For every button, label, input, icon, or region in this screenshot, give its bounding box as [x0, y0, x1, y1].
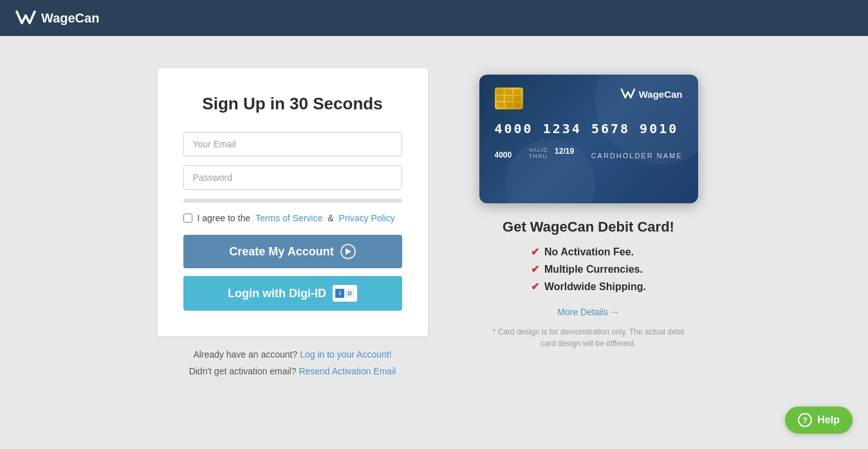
- form-section: Sign Up in 30 Seconds I agree to the Ter…: [158, 68, 428, 383]
- card-small-number-value: 4000: [495, 151, 512, 160]
- no-activation-text: Didn't get activation email?: [189, 366, 297, 376]
- feature-item-1: ✔ No Activation Fee.: [531, 246, 646, 258]
- credit-card: WageCan 4000 1234 5678 9010 4000 VALIDTH…: [479, 75, 698, 203]
- password-input[interactable]: [183, 165, 402, 190]
- signup-form-card: Sign Up in 30 Seconds I agree to the Ter…: [158, 68, 428, 336]
- promo-title: Get WageCan Debit Card!: [503, 219, 674, 235]
- email-input[interactable]: [183, 132, 402, 156]
- logo-icon: [15, 9, 36, 27]
- login-link[interactable]: Log in to your Account!: [300, 349, 391, 360]
- resend-activation-link[interactable]: Resend Activation Email: [299, 366, 396, 376]
- help-button[interactable]: ? Help: [785, 407, 853, 434]
- logo: WageCan: [15, 9, 99, 27]
- more-details-link[interactable]: More Details →: [557, 307, 619, 317]
- login-digi-button[interactable]: Login with Digi-ID i D: [183, 276, 402, 311]
- main-content: Sign Up in 30 Seconds I agree to the Ter…: [0, 36, 868, 415]
- right-panel: WageCan 4000 1234 5678 9010 4000 VALIDTH…: [466, 68, 711, 349]
- features-list: ✔ No Activation Fee. ✔ Multiple Currenci…: [531, 246, 646, 298]
- logo-text: WageCan: [41, 11, 99, 26]
- login-digi-label: Login with Digi-ID: [228, 287, 326, 300]
- feature-label-2: Multiple Currencies.: [544, 264, 643, 275]
- terms-row: I agree to the Terms of Service & Privac…: [183, 213, 402, 223]
- terms-of-service-link[interactable]: Terms of Service: [255, 213, 322, 223]
- have-account-row: Already have an account? Log in to your …: [158, 349, 428, 360]
- check-icon-1: ✔: [531, 246, 539, 258]
- play-icon: [340, 244, 356, 259]
- check-icon-3: ✔: [531, 280, 539, 293]
- create-account-button[interactable]: Create My Account: [183, 235, 402, 268]
- help-label: Help: [817, 414, 840, 426]
- help-circle-icon: ?: [798, 413, 812, 427]
- feature-item-3: ✔ Worldwide Shipping.: [531, 280, 646, 293]
- play-triangle: [346, 248, 351, 255]
- password-strength-bar: [183, 199, 402, 203]
- card-disclaimer: * Card design is for demonstration only.…: [486, 326, 692, 349]
- emv-chip: [495, 87, 523, 109]
- header: WageCan: [0, 0, 868, 36]
- feature-label-3: Worldwide Shipping.: [544, 281, 646, 293]
- terms-checkbox[interactable]: [183, 214, 192, 223]
- check-icon-2: ✔: [531, 263, 539, 275]
- feature-label-1: No Activation Fee.: [544, 246, 634, 258]
- below-form-links: Already have an account? Log in to your …: [158, 349, 428, 376]
- create-account-label: Create My Account: [229, 245, 333, 259]
- form-title: Sign Up in 30 Seconds: [183, 94, 402, 114]
- feature-item-2: ✔ Multiple Currencies.: [531, 263, 646, 275]
- card-small-number: 4000: [495, 151, 512, 160]
- resend-activation-row: Didn't get activation email? Resend Acti…: [158, 366, 428, 376]
- privacy-policy-link[interactable]: Privacy Policy: [339, 213, 395, 223]
- terms-ampersand: &: [328, 213, 333, 223]
- terms-prefix-text: I agree to the: [198, 213, 251, 223]
- have-account-text: Already have an account?: [193, 349, 297, 360]
- digi-id-icon: i D: [333, 285, 357, 302]
